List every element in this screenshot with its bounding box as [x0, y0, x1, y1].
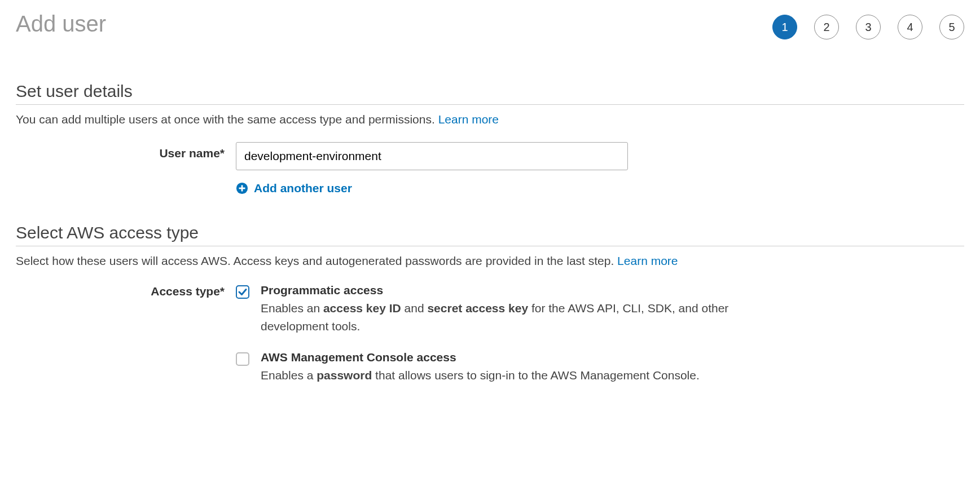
- console-access-title: AWS Management Console access: [261, 351, 755, 364]
- programmatic-access-desc: Enables an access key ID and secret acce…: [261, 299, 755, 335]
- username-label: User name*: [16, 142, 236, 160]
- console-access-desc: Enables a password that allows users to …: [261, 366, 755, 384]
- access-type-label: Access type*: [16, 284, 236, 298]
- add-another-user-button[interactable]: Add another user: [236, 182, 964, 195]
- section-title-access-type: Select AWS access type: [16, 223, 964, 246]
- page-title: Add user: [16, 11, 106, 37]
- access-type-learn-more-link[interactable]: Learn more: [617, 254, 678, 267]
- access-type-help: Select how these users will access AWS. …: [16, 254, 964, 268]
- step-4[interactable]: 4: [898, 15, 922, 39]
- step-5[interactable]: 5: [939, 15, 964, 39]
- step-2[interactable]: 2: [814, 15, 839, 39]
- username-input[interactable]: [236, 142, 628, 170]
- access-option-console: AWS Management Console access Enables a …: [236, 351, 755, 384]
- svg-rect-2: [241, 185, 243, 192]
- access-type-help-text: Select how these users will access AWS. …: [16, 254, 617, 267]
- add-another-user-label: Add another user: [254, 182, 352, 195]
- programmatic-access-checkbox[interactable]: [236, 285, 249, 299]
- user-details-learn-more-link[interactable]: Learn more: [438, 113, 499, 126]
- access-option-programmatic: Programmatic access Enables an access ke…: [236, 284, 755, 335]
- console-access-checkbox[interactable]: [236, 352, 249, 366]
- section-title-user-details: Set user details: [16, 82, 964, 105]
- step-1[interactable]: 1: [772, 15, 797, 39]
- user-details-help: You can add multiple users at once with …: [16, 113, 964, 126]
- step-3[interactable]: 3: [856, 15, 881, 39]
- user-details-help-text: You can add multiple users at once with …: [16, 113, 438, 126]
- wizard-steps: 1 2 3 4 5: [772, 15, 964, 39]
- plus-circle-icon: [236, 182, 248, 194]
- programmatic-access-title: Programmatic access: [261, 284, 755, 297]
